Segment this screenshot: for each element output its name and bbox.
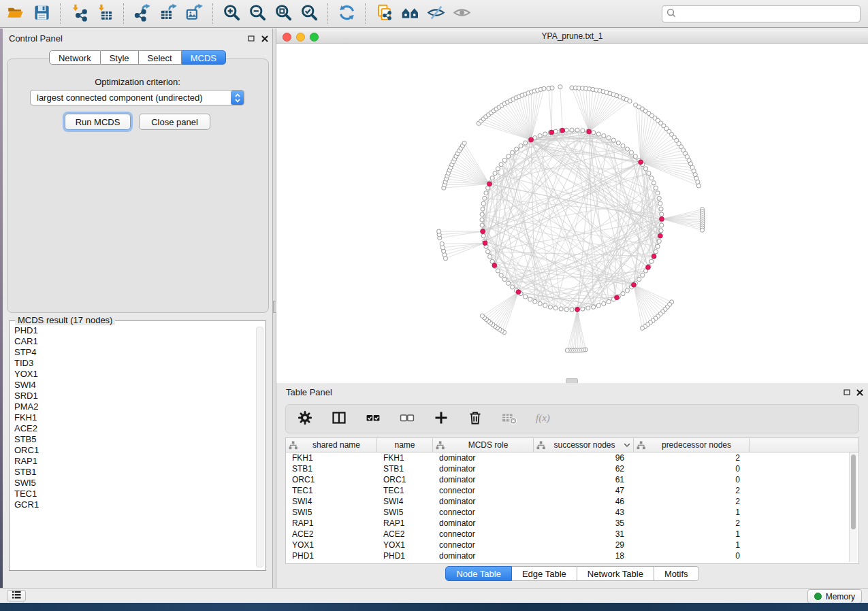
select-all-icon	[365, 410, 381, 428]
tree-icon	[637, 441, 645, 450]
open-file-button[interactable]	[3, 2, 29, 25]
status-bar: Memory	[0, 588, 868, 603]
toolbar-search[interactable]	[662, 5, 861, 22]
tab-network[interactable]: Network	[49, 50, 101, 65]
zoom-out-button[interactable]	[244, 2, 270, 25]
mcds-result-item: RAP1	[14, 456, 256, 467]
optimization-criterion-select[interactable]: largest connected component (undirected)	[30, 90, 244, 105]
table-row[interactable]: FKH1FKH1dominator962	[286, 452, 858, 463]
cell-shared_name: SWI5	[286, 508, 377, 517]
cell-successor_nodes: 61	[534, 475, 634, 484]
table-panel-float-button[interactable]	[841, 388, 852, 399]
select-all-button[interactable]	[365, 410, 381, 428]
column-header-predecessor_nodes[interactable]: predecessor nodes	[634, 438, 750, 452]
table-row[interactable]: RAP1RAP1dominator352	[286, 518, 858, 529]
mcds-result-item: STB5	[14, 434, 256, 445]
tab-mcds[interactable]: MCDS	[182, 50, 226, 65]
export-network-icon	[133, 3, 152, 24]
cell-mcds_role: connector	[433, 540, 534, 550]
clone-network-button[interactable]	[371, 2, 397, 25]
import-table-icon	[96, 3, 114, 24]
import-network-button[interactable]	[66, 2, 92, 25]
close-panel-button[interactable]: Close panel	[139, 114, 210, 130]
mcds-result-item: STP4	[14, 347, 256, 358]
mcds-result-item: TEC1	[14, 489, 256, 499]
zoom-in-icon	[223, 3, 241, 24]
cell-successor_nodes: 62	[534, 464, 634, 474]
refresh-button[interactable]	[334, 2, 359, 25]
table-row[interactable]: PHD1PHD1dominator180	[286, 550, 858, 561]
tab-motifs[interactable]: Motifs	[654, 566, 699, 581]
zoom-selected-button[interactable]	[296, 2, 322, 25]
split-columns-button[interactable]	[331, 410, 347, 428]
table-row[interactable]: SWI4SWI4dominator462	[286, 496, 858, 507]
column-header-name[interactable]: name	[377, 438, 433, 452]
gear-icon	[297, 410, 313, 428]
tab-select[interactable]: Select	[139, 50, 182, 65]
table-row[interactable]: SWI5SWI5connector431	[286, 507, 858, 518]
control-panel-title: Control Panel	[9, 33, 63, 44]
column-header-successor_nodes[interactable]: successor nodes	[534, 438, 634, 452]
column-header-filler	[750, 438, 858, 452]
task-history-button[interactable]	[7, 590, 26, 601]
table-row[interactable]: STB1STB1dominator620	[286, 463, 858, 474]
zoom-in-button[interactable]	[219, 2, 244, 25]
table-toolbar: f(x)	[285, 404, 859, 433]
column-header-shared_name[interactable]: shared name	[286, 438, 377, 452]
tab-network-table[interactable]: Network Table	[577, 566, 654, 581]
tab-style[interactable]: Style	[101, 50, 139, 65]
cell-predecessor_nodes: 2	[634, 453, 750, 463]
deselect-all-button[interactable]	[399, 410, 415, 428]
network-view-window: YPA_prune.txt_1	[276, 29, 868, 383]
zoom-out-icon	[248, 3, 267, 24]
mcds-result-item: FKH1	[14, 412, 256, 423]
gear-button[interactable]	[297, 410, 313, 428]
mcds-result-item: YOX1	[14, 369, 256, 380]
table-panel-title: Table Panel	[286, 387, 332, 397]
mcds-result-item: STB1	[14, 467, 256, 478]
cell-predecessor_nodes: 1	[634, 529, 750, 539]
network-canvas[interactable]	[276, 44, 868, 383]
export-network-button[interactable]	[129, 2, 155, 25]
table-panel-close-button[interactable]	[854, 388, 865, 399]
optimization-criterion-value: largest connected component (undirected)	[31, 93, 231, 103]
table-row[interactable]: TEC1TEC1connector472	[286, 485, 858, 496]
export-image-button[interactable]	[181, 2, 207, 25]
search-input[interactable]	[677, 7, 860, 21]
toolbar-separator	[123, 3, 124, 24]
zoom-fit-button[interactable]	[270, 2, 296, 25]
open-file-icon	[7, 3, 25, 24]
network-window-titlebar[interactable]: YPA_prune.txt_1	[276, 29, 868, 44]
table-row[interactable]: ACE2ACE2connector311	[286, 529, 858, 540]
export-table-button[interactable]	[155, 2, 181, 25]
control-panel-close-button[interactable]	[259, 34, 270, 45]
show-all-button[interactable]	[449, 2, 475, 25]
cell-shared_name: YOX1	[286, 540, 377, 550]
trash-button[interactable]	[467, 410, 483, 428]
application-window: Control Panel NetworkStyleSelectMCDS Opt…	[0, 0, 868, 611]
memory-label: Memory	[826, 592, 855, 601]
save-button[interactable]	[29, 2, 54, 25]
memory-button[interactable]: Memory	[807, 589, 862, 604]
show-all-icon	[453, 3, 471, 24]
cell-mcds_role: dominator	[433, 551, 534, 561]
scrollbar-thumb[interactable]	[851, 455, 856, 529]
hide-selected-button[interactable]	[423, 2, 449, 25]
mcds-result-scrollbar[interactable]	[256, 327, 263, 567]
run-mcds-button[interactable]: Run MCDS	[65, 114, 131, 130]
tab-edge-table[interactable]: Edge Table	[512, 566, 577, 581]
memory-status-icon	[814, 593, 822, 600]
mcds-result-list[interactable]: PHD1CAR1STP4TID3YOX1SWI4SRD1PMA2FKH1ACE2…	[10, 325, 256, 567]
select-stepper-icon	[231, 90, 244, 105]
table-row[interactable]: ORC1ORC1dominator610	[286, 474, 858, 485]
search-binoculars-button[interactable]	[397, 2, 423, 25]
cell-shared_name: STB1	[286, 464, 377, 474]
column-header-mcds_role[interactable]: MCDS role	[433, 438, 534, 452]
table-vertical-scrollbar[interactable]	[849, 452, 857, 562]
import-table-button[interactable]	[92, 2, 118, 25]
trash-icon	[467, 410, 483, 428]
control-panel-float-button[interactable]	[246, 34, 257, 45]
add-button[interactable]	[433, 410, 449, 428]
tab-node-table[interactable]: Node Table	[445, 566, 512, 581]
table-row[interactable]: YOX1YOX1connector291	[286, 540, 858, 550]
